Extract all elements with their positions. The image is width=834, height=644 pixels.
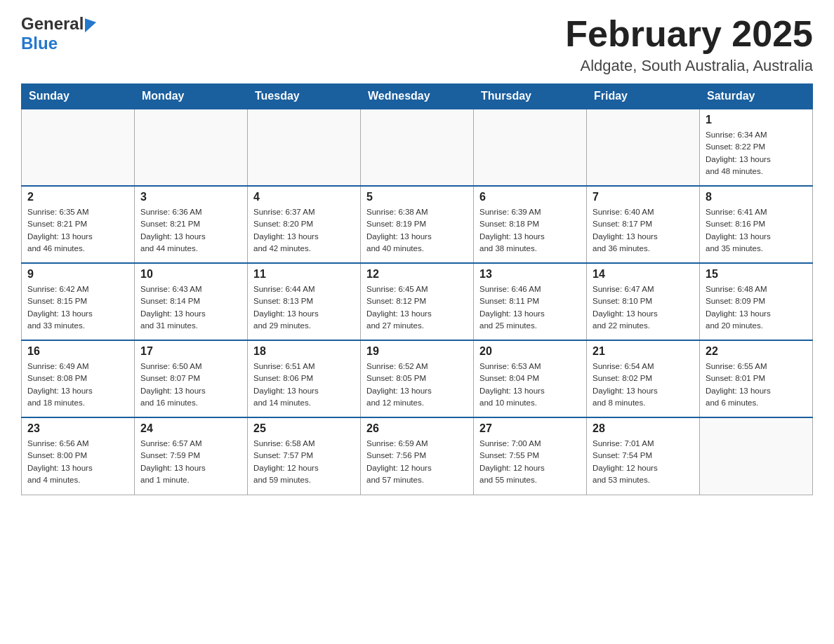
day-info: Sunrise: 7:00 AMSunset: 7:55 PMDaylight:… [479,438,581,486]
month-title: February 2025 [565,14,813,54]
day-info: Sunrise: 6:57 AMSunset: 7:59 PMDaylight:… [140,438,241,486]
calendar-table: SundayMondayTuesdayWednesdayThursdayFrid… [21,83,813,495]
day-number: 18 [253,345,355,358]
week-row-3: 9Sunrise: 6:42 AMSunset: 8:15 PMDaylight… [22,263,813,340]
calendar-cell: 3Sunrise: 6:36 AMSunset: 8:21 PMDaylight… [135,186,248,263]
calendar-cell: 25Sunrise: 6:58 AMSunset: 7:57 PMDayligh… [248,417,361,495]
day-number: 16 [27,345,128,358]
calendar-cell [474,109,587,186]
day-number: 3 [140,191,241,203]
calendar-cell: 2Sunrise: 6:35 AMSunset: 8:21 PMDaylight… [22,186,135,263]
calendar-cell: 28Sunrise: 7:01 AMSunset: 7:54 PMDayligh… [587,417,700,495]
day-info: Sunrise: 6:35 AMSunset: 8:21 PMDaylight:… [27,206,128,255]
calendar-cell: 27Sunrise: 7:00 AMSunset: 7:55 PMDayligh… [474,417,587,495]
day-number: 17 [140,345,241,358]
day-number: 7 [593,191,694,203]
weekday-header-wednesday: Wednesday [361,84,474,109]
day-info: Sunrise: 6:48 AMSunset: 8:09 PMDaylight:… [706,283,807,332]
weekday-header-saturday: Saturday [700,84,813,109]
day-info: Sunrise: 6:53 AMSunset: 8:04 PMDaylight:… [479,361,581,409]
day-number: 4 [253,191,355,203]
calendar-cell: 19Sunrise: 6:52 AMSunset: 8:05 PMDayligh… [361,340,474,417]
day-info: Sunrise: 6:44 AMSunset: 8:13 PMDaylight:… [253,283,355,332]
calendar-cell: 18Sunrise: 6:51 AMSunset: 8:06 PMDayligh… [248,340,361,417]
calendar-cell [248,109,361,186]
day-info: Sunrise: 6:37 AMSunset: 8:20 PMDaylight:… [253,206,355,255]
day-number: 25 [253,422,355,435]
day-number: 23 [27,422,128,435]
calendar-cell: 21Sunrise: 6:54 AMSunset: 8:02 PMDayligh… [587,340,700,417]
calendar-cell [135,109,248,186]
calendar-cell: 15Sunrise: 6:48 AMSunset: 8:09 PMDayligh… [700,263,813,340]
calendar-cell: 26Sunrise: 6:59 AMSunset: 7:56 PMDayligh… [361,417,474,495]
calendar-cell: 20Sunrise: 6:53 AMSunset: 8:04 PMDayligh… [474,340,587,417]
calendar-cell [22,109,135,186]
day-info: Sunrise: 6:54 AMSunset: 8:02 PMDaylight:… [593,361,694,409]
day-number: 19 [366,345,468,358]
title-block: February 2025 Aldgate, South Australia, … [565,14,813,75]
logo-blue-text: Blue [21,34,58,53]
calendar-cell: 5Sunrise: 6:38 AMSunset: 8:19 PMDaylight… [361,186,474,263]
day-number: 6 [479,191,581,203]
calendar-cell: 12Sunrise: 6:45 AMSunset: 8:12 PMDayligh… [361,263,474,340]
day-info: Sunrise: 6:34 AMSunset: 8:22 PMDaylight:… [706,129,807,177]
calendar-cell: 16Sunrise: 6:49 AMSunset: 8:08 PMDayligh… [22,340,135,417]
calendar-cell: 24Sunrise: 6:57 AMSunset: 7:59 PMDayligh… [135,417,248,495]
calendar-cell: 8Sunrise: 6:41 AMSunset: 8:16 PMDaylight… [700,186,813,263]
day-info: Sunrise: 6:47 AMSunset: 8:10 PMDaylight:… [593,283,694,332]
day-info: Sunrise: 6:42 AMSunset: 8:15 PMDaylight:… [27,283,128,332]
calendar-cell: 14Sunrise: 6:47 AMSunset: 8:10 PMDayligh… [587,263,700,340]
weekday-header-thursday: Thursday [474,84,587,109]
week-row-4: 16Sunrise: 6:49 AMSunset: 8:08 PMDayligh… [22,340,813,417]
day-info: Sunrise: 6:55 AMSunset: 8:01 PMDaylight:… [706,361,807,409]
location-subtitle: Aldgate, South Australia, Australia [565,57,813,75]
week-row-5: 23Sunrise: 6:56 AMSunset: 8:00 PMDayligh… [22,417,813,495]
weekday-header-tuesday: Tuesday [248,84,361,109]
day-info: Sunrise: 6:51 AMSunset: 8:06 PMDaylight:… [253,361,355,409]
day-number: 26 [366,422,468,435]
day-number: 10 [140,268,241,281]
week-row-2: 2Sunrise: 6:35 AMSunset: 8:21 PMDaylight… [22,186,813,263]
calendar-cell: 9Sunrise: 6:42 AMSunset: 8:15 PMDaylight… [22,263,135,340]
day-number: 15 [706,268,807,281]
day-number: 13 [479,268,581,281]
day-info: Sunrise: 6:38 AMSunset: 8:19 PMDaylight:… [366,206,468,255]
calendar-cell: 22Sunrise: 6:55 AMSunset: 8:01 PMDayligh… [700,340,813,417]
day-info: Sunrise: 6:50 AMSunset: 8:07 PMDaylight:… [140,361,241,409]
page-header: General Blue February 2025 Aldgate, Sout… [21,14,813,75]
calendar-cell: 11Sunrise: 6:44 AMSunset: 8:13 PMDayligh… [248,263,361,340]
calendar-cell: 17Sunrise: 6:50 AMSunset: 8:07 PMDayligh… [135,340,248,417]
day-info: Sunrise: 6:43 AMSunset: 8:14 PMDaylight:… [140,283,241,332]
day-info: Sunrise: 6:45 AMSunset: 8:12 PMDaylight:… [366,283,468,332]
calendar-cell [361,109,474,186]
day-info: Sunrise: 6:40 AMSunset: 8:17 PMDaylight:… [593,206,694,255]
day-number: 14 [593,268,694,281]
calendar-cell: 6Sunrise: 6:39 AMSunset: 8:18 PMDaylight… [474,186,587,263]
day-info: Sunrise: 6:52 AMSunset: 8:05 PMDaylight:… [366,361,468,409]
week-row-1: 1Sunrise: 6:34 AMSunset: 8:22 PMDaylight… [22,109,813,186]
day-info: Sunrise: 7:01 AMSunset: 7:54 PMDaylight:… [593,438,694,486]
day-info: Sunrise: 6:59 AMSunset: 7:56 PMDaylight:… [366,438,468,486]
day-number: 27 [479,422,581,435]
day-number: 24 [140,422,241,435]
calendar-cell: 7Sunrise: 6:40 AMSunset: 8:17 PMDaylight… [587,186,700,263]
weekday-header-monday: Monday [135,84,248,109]
day-number: 20 [479,345,581,358]
weekday-header-friday: Friday [587,84,700,109]
calendar-cell: 1Sunrise: 6:34 AMSunset: 8:22 PMDaylight… [700,109,813,186]
calendar-cell [700,417,813,495]
calendar-cell: 4Sunrise: 6:37 AMSunset: 8:20 PMDaylight… [248,186,361,263]
day-number: 12 [366,268,468,281]
day-number: 8 [706,191,807,203]
day-info: Sunrise: 6:41 AMSunset: 8:16 PMDaylight:… [706,206,807,255]
day-info: Sunrise: 6:36 AMSunset: 8:21 PMDaylight:… [140,206,241,255]
day-number: 22 [706,345,807,358]
weekday-header-sunday: Sunday [22,84,135,109]
day-number: 21 [593,345,694,358]
weekday-header-row: SundayMondayTuesdayWednesdayThursdayFrid… [22,84,813,109]
day-info: Sunrise: 6:58 AMSunset: 7:57 PMDaylight:… [253,438,355,486]
day-number: 28 [593,422,694,435]
calendar-cell: 13Sunrise: 6:46 AMSunset: 8:11 PMDayligh… [474,263,587,340]
day-info: Sunrise: 6:39 AMSunset: 8:18 PMDaylight:… [479,206,581,255]
day-number: 5 [366,191,468,203]
